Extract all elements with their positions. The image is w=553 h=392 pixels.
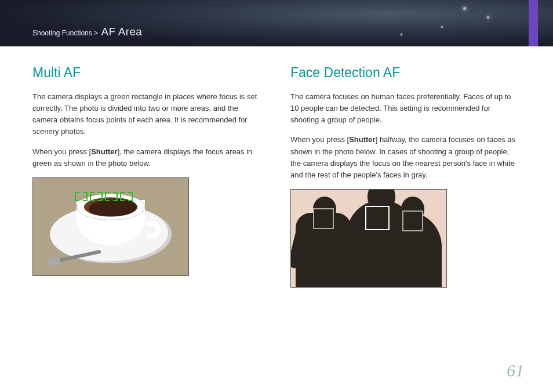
af-bracket-icon	[90, 192, 103, 201]
page-content: Multi AF The camera displays a green rec…	[0, 46, 553, 288]
sparkle-icon	[487, 16, 489, 19]
face-box-gray	[313, 208, 334, 229]
text-run: When you press [	[290, 135, 349, 144]
left-column: Multi AF The camera displays a green rec…	[32, 65, 263, 288]
body-text: When you press [Shutter], the camera dis…	[32, 146, 263, 169]
breadcrumb: Shooting Functions > AF Area	[32, 26, 142, 38]
illustration-face-detection	[290, 189, 447, 288]
heading-face-detection-af: Face Detection AF	[290, 65, 521, 81]
sparkle-icon	[401, 34, 402, 35]
af-bracket-row	[75, 192, 133, 201]
af-bracket-icon	[120, 192, 133, 201]
page-header: Shooting Functions > AF Area	[0, 0, 553, 46]
heading-multi-af: Multi AF	[32, 65, 263, 81]
cup-handle-shape	[143, 221, 161, 238]
shutter-key: Shutter	[349, 135, 376, 144]
body-text: When you press [Shutter] halfway, the ca…	[290, 134, 521, 181]
breadcrumb-sep: >	[94, 29, 98, 37]
shutter-key: Shutter	[91, 147, 118, 156]
right-column: Face Detection AF The camera focuses on …	[290, 65, 521, 288]
text-run: When you press [	[32, 147, 91, 156]
af-bracket-icon	[105, 192, 118, 201]
breadcrumb-parent: Shooting Functions	[32, 29, 92, 37]
illustration-multi-af	[32, 177, 189, 276]
af-bracket-icon	[75, 192, 88, 201]
body-text: The camera displays a green rectangle in…	[32, 91, 263, 138]
face-box-gray	[402, 210, 423, 231]
arm-shape	[290, 225, 309, 270]
sparkle-icon	[463, 7, 466, 10]
face-box-white	[365, 206, 390, 230]
people-scene	[291, 190, 446, 287]
sparkle-icon	[441, 26, 443, 28]
breadcrumb-section: AF Area	[101, 26, 142, 38]
body-text: The camera focuses on human faces prefer…	[290, 91, 521, 126]
coffee-scene	[33, 178, 188, 275]
page-number: 61	[507, 361, 524, 380]
